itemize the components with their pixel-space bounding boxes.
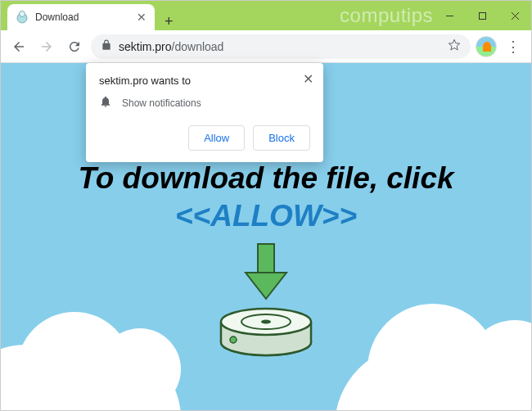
tab-title: Download	[35, 11, 130, 23]
bell-icon	[99, 95, 112, 111]
favicon-icon	[16, 11, 29, 24]
close-button[interactable]	[498, 1, 531, 30]
menu-button[interactable]: ⋮	[502, 38, 525, 56]
url-text: sektim.pro/download	[119, 40, 223, 53]
arrow-down-icon	[246, 244, 286, 299]
close-icon[interactable]: ✕	[137, 11, 147, 24]
toolbar: sektim.pro/download ⋮	[1, 30, 531, 63]
notification-permission-popup: ✕ sektim.pro wants to Show notifications…	[86, 63, 323, 162]
svg-point-1	[20, 11, 25, 17]
popup-close-icon[interactable]: ✕	[303, 71, 313, 87]
popup-actions: Allow Block	[99, 125, 310, 151]
svg-rect-6	[258, 244, 274, 273]
profile-avatar[interactable]	[476, 36, 497, 57]
popup-title: sektim.pro wants to	[99, 75, 310, 87]
reload-button[interactable]	[63, 35, 86, 58]
back-button[interactable]	[7, 35, 30, 58]
maximize-button[interactable]	[466, 1, 498, 30]
allow-button[interactable]: Allow	[188, 125, 245, 151]
minimize-button[interactable]	[433, 1, 466, 30]
address-bar[interactable]: sektim.pro/download	[91, 34, 471, 59]
permission-row: Show notifications	[99, 95, 310, 111]
titlebar: computips Download ✕ +	[1, 1, 531, 30]
block-button[interactable]: Block	[253, 125, 310, 151]
new-tab-button[interactable]: +	[165, 13, 174, 30]
browser-window: computips Download ✕ +	[0, 0, 532, 411]
svg-rect-3	[479, 12, 485, 19]
forward-button[interactable]	[35, 35, 58, 58]
lock-icon	[101, 39, 112, 54]
permission-label: Show notifications	[122, 97, 201, 109]
headline-line2: <<ALLOW>>	[1, 199, 531, 233]
main-message: To download the file, click <<ALLOW>>	[1, 161, 531, 233]
hard-drive-icon	[221, 309, 311, 355]
svg-point-12	[230, 336, 237, 343]
star-icon[interactable]	[448, 38, 461, 55]
svg-marker-7	[246, 273, 286, 299]
headline-line1: To download the file, click	[1, 161, 531, 196]
svg-point-11	[261, 320, 271, 324]
watermark: computips	[340, 4, 433, 27]
window-controls	[433, 1, 531, 30]
browser-tab[interactable]: Download ✕	[7, 4, 155, 30]
download-illustration	[1, 240, 531, 366]
